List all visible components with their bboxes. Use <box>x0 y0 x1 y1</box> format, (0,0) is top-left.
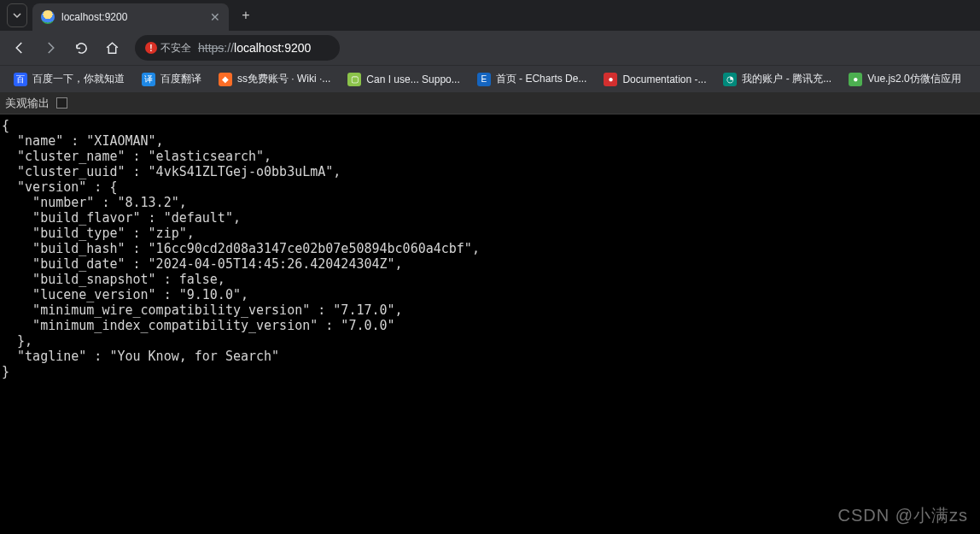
forward-button[interactable] <box>38 35 63 61</box>
bookmark-favicon: ▢ <box>347 73 361 86</box>
bookmark-label: 我的账户 - 腾讯充... <box>742 72 831 86</box>
bookmark-favicon: ◆ <box>219 73 232 86</box>
bookmark-favicon: 百 <box>14 73 27 86</box>
bookmark-label: 首页 - ECharts De... <box>496 72 587 86</box>
browser-toolbar: ! 不安全 https://localhost:9200 <box>0 31 980 65</box>
bookmark-item[interactable]: 百百度一下，你就知道 <box>9 68 130 90</box>
url-host: localhost:9200 <box>234 41 311 55</box>
bookmark-label: Vue.js2.0仿微信应用 <box>867 72 961 86</box>
security-indicator[interactable]: ! 不安全 <box>145 41 191 56</box>
bookmark-favicon: E <box>477 73 491 86</box>
tab-title: localhost:9200 <box>61 11 203 23</box>
tab-close-icon[interactable]: ✕ <box>210 10 220 24</box>
bookmark-item[interactable]: ●Documentation -... <box>598 69 711 90</box>
url-slashes: :// <box>224 41 234 55</box>
url-scheme: https <box>198 41 224 55</box>
browser-tab[interactable]: localhost:9200 ✕ <box>32 3 229 31</box>
bookmark-item[interactable]: E首页 - ECharts De... <box>472 68 592 90</box>
bookmark-label: 百度一下，你就知道 <box>32 72 125 86</box>
bookmark-item[interactable]: ▢Can I use... Suppo... <box>342 69 464 90</box>
bookmark-label: ss免费账号 · Wiki ·... <box>237 72 330 86</box>
back-button[interactable] <box>7 35 32 61</box>
bookmark-item[interactable]: 译百度翻译 <box>137 68 207 90</box>
bookmark-item[interactable]: ●Vue.js2.0仿微信应用 <box>843 68 966 90</box>
home-button[interactable] <box>99 35 125 61</box>
bookmark-label: 百度翻译 <box>160 72 201 86</box>
bookmark-label: Documentation -... <box>622 73 706 85</box>
tab-strip: localhost:9200 ✕ + <box>0 0 980 31</box>
bookmark-item[interactable]: ◔我的账户 - 腾讯充... <box>718 68 837 90</box>
reload-button[interactable] <box>68 35 94 61</box>
bookmark-label: Can I use... Suppo... <box>366 73 459 85</box>
bookmark-favicon: ● <box>849 73 862 86</box>
pretty-print-bar: 美观输出 <box>0 92 980 114</box>
pretty-print-label: 美观输出 <box>5 96 50 111</box>
address-bar[interactable]: ! 不安全 https://localhost:9200 <box>135 35 340 61</box>
bookmark-overflow[interactable] <box>973 69 980 90</box>
danger-icon: ! <box>145 42 157 54</box>
tab-favicon <box>41 10 55 24</box>
tab-search-button[interactable] <box>7 3 27 27</box>
bookmarks-bar: 百百度一下，你就知道译百度翻译◆ss免费账号 · Wiki ·...▢Can I… <box>0 65 980 92</box>
bookmark-item[interactable]: ◆ss免费账号 · Wiki ·... <box>213 68 335 90</box>
json-response-body: { "name" : "XIAOMAN", "cluster_name" : "… <box>0 114 980 383</box>
bookmark-favicon: ◔ <box>723 73 737 86</box>
bookmark-favicon: 译 <box>142 73 155 86</box>
watermark: CSDN @小满zs <box>837 504 968 527</box>
pretty-print-checkbox[interactable] <box>56 97 67 109</box>
not-secure-label: 不安全 <box>160 41 191 56</box>
url-display: https://localhost:9200 <box>198 41 311 55</box>
new-tab-button[interactable]: + <box>234 3 258 27</box>
bookmark-favicon: ● <box>604 73 617 86</box>
